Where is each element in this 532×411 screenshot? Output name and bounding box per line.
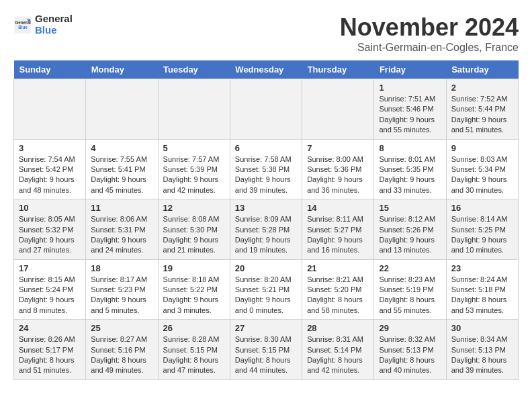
calendar-cell bbox=[302, 79, 374, 140]
day-number: 26 bbox=[163, 323, 225, 333]
day-number: 12 bbox=[163, 203, 225, 213]
header-saturday: Saturday bbox=[446, 60, 518, 79]
day-number: 20 bbox=[235, 263, 297, 273]
calendar-cell: 2Sunrise: 7:52 AM Sunset: 5:44 PM Daylig… bbox=[446, 79, 518, 140]
day-info: Sunrise: 8:11 AM Sunset: 5:27 PM Dayligh… bbox=[307, 214, 369, 256]
day-info: Sunrise: 7:57 AM Sunset: 5:39 PM Dayligh… bbox=[163, 154, 225, 196]
day-info: Sunrise: 8:31 AM Sunset: 5:14 PM Dayligh… bbox=[307, 334, 369, 376]
day-info: Sunrise: 8:03 AM Sunset: 5:34 PM Dayligh… bbox=[451, 154, 513, 196]
day-number: 18 bbox=[91, 263, 152, 273]
location-title: Saint-Germain-en-Cogles, France bbox=[340, 42, 519, 54]
calendar-cell: 3Sunrise: 7:54 AM Sunset: 5:42 PM Daylig… bbox=[14, 139, 86, 199]
page-header: General Blue General Blue November 2024 … bbox=[13, 13, 519, 54]
title-section: November 2024 Saint-Germain-en-Cogles, F… bbox=[340, 13, 519, 54]
day-info: Sunrise: 8:18 AM Sunset: 5:22 PM Dayligh… bbox=[163, 275, 225, 316]
calendar-cell: 8Sunrise: 8:01 AM Sunset: 5:35 PM Daylig… bbox=[374, 139, 446, 199]
day-info: Sunrise: 8:32 AM Sunset: 5:13 PM Dayligh… bbox=[379, 334, 441, 376]
header-row: Sunday Monday Tuesday Wednesday Thursday… bbox=[14, 60, 519, 79]
calendar-cell: 23Sunrise: 8:24 AM Sunset: 5:18 PM Dayli… bbox=[446, 259, 518, 320]
calendar-cell: 7Sunrise: 8:00 AM Sunset: 5:36 PM Daylig… bbox=[302, 139, 374, 199]
calendar-cell: 15Sunrise: 8:12 AM Sunset: 5:26 PM Dayli… bbox=[374, 199, 446, 260]
calendar-cell: 14Sunrise: 8:11 AM Sunset: 5:27 PM Dayli… bbox=[302, 199, 374, 260]
day-info: Sunrise: 7:52 AM Sunset: 5:44 PM Dayligh… bbox=[451, 94, 513, 136]
header-monday: Monday bbox=[86, 60, 158, 79]
day-number: 4 bbox=[91, 143, 152, 153]
calendar-cell: 16Sunrise: 8:14 AM Sunset: 5:25 PM Dayli… bbox=[446, 199, 518, 260]
day-number: 19 bbox=[163, 263, 225, 273]
calendar-cell: 12Sunrise: 8:08 AM Sunset: 5:30 PM Dayli… bbox=[158, 199, 230, 260]
calendar-cell: 25Sunrise: 8:27 AM Sunset: 5:16 PM Dayli… bbox=[86, 320, 158, 380]
day-info: Sunrise: 8:01 AM Sunset: 5:35 PM Dayligh… bbox=[379, 154, 441, 196]
day-number: 24 bbox=[19, 323, 81, 333]
calendar-cell: 4Sunrise: 7:55 AM Sunset: 5:41 PM Daylig… bbox=[86, 139, 158, 199]
logo-text: General Blue bbox=[35, 13, 73, 36]
day-info: Sunrise: 8:12 AM Sunset: 5:26 PM Dayligh… bbox=[379, 214, 441, 256]
day-number: 17 bbox=[19, 263, 81, 273]
calendar-cell: 13Sunrise: 8:09 AM Sunset: 5:28 PM Dayli… bbox=[230, 199, 302, 260]
day-info: Sunrise: 8:28 AM Sunset: 5:15 PM Dayligh… bbox=[163, 334, 225, 376]
calendar-cell: 27Sunrise: 8:30 AM Sunset: 5:15 PM Dayli… bbox=[230, 320, 302, 380]
calendar-cell: 29Sunrise: 8:32 AM Sunset: 5:13 PM Dayli… bbox=[374, 320, 446, 380]
day-number: 10 bbox=[19, 203, 81, 213]
day-number: 11 bbox=[91, 203, 152, 213]
day-info: Sunrise: 8:30 AM Sunset: 5:15 PM Dayligh… bbox=[235, 334, 297, 376]
day-info: Sunrise: 8:00 AM Sunset: 5:36 PM Dayligh… bbox=[307, 154, 369, 196]
logo-icon: General Blue bbox=[13, 15, 32, 34]
calendar-cell: 28Sunrise: 8:31 AM Sunset: 5:14 PM Dayli… bbox=[302, 320, 374, 380]
calendar-cell: 5Sunrise: 7:57 AM Sunset: 5:39 PM Daylig… bbox=[158, 139, 230, 199]
header-friday: Friday bbox=[374, 60, 446, 79]
calendar-cell bbox=[158, 79, 230, 140]
day-info: Sunrise: 8:24 AM Sunset: 5:18 PM Dayligh… bbox=[451, 275, 513, 316]
day-number: 14 bbox=[307, 203, 369, 213]
calendar-cell bbox=[14, 79, 86, 140]
logo-blue: Blue bbox=[35, 25, 73, 36]
day-number: 5 bbox=[163, 143, 225, 153]
day-number: 2 bbox=[451, 83, 513, 93]
calendar-cell: 26Sunrise: 8:28 AM Sunset: 5:15 PM Dayli… bbox=[158, 320, 230, 380]
day-info: Sunrise: 8:05 AM Sunset: 5:32 PM Dayligh… bbox=[19, 214, 81, 256]
day-number: 1 bbox=[379, 83, 441, 93]
day-number: 29 bbox=[379, 323, 441, 333]
day-info: Sunrise: 8:26 AM Sunset: 5:17 PM Dayligh… bbox=[19, 334, 81, 376]
calendar-cell: 24Sunrise: 8:26 AM Sunset: 5:17 PM Dayli… bbox=[14, 320, 86, 380]
calendar-week-3: 17Sunrise: 8:15 AM Sunset: 5:24 PM Dayli… bbox=[14, 259, 519, 320]
calendar-cell: 17Sunrise: 8:15 AM Sunset: 5:24 PM Dayli… bbox=[14, 259, 86, 320]
calendar-cell: 18Sunrise: 8:17 AM Sunset: 5:23 PM Dayli… bbox=[86, 259, 158, 320]
day-info: Sunrise: 8:14 AM Sunset: 5:25 PM Dayligh… bbox=[451, 214, 513, 256]
calendar-cell: 11Sunrise: 8:06 AM Sunset: 5:31 PM Dayli… bbox=[86, 199, 158, 260]
day-info: Sunrise: 7:58 AM Sunset: 5:38 PM Dayligh… bbox=[235, 154, 297, 196]
day-number: 22 bbox=[379, 263, 441, 273]
calendar-week-1: 3Sunrise: 7:54 AM Sunset: 5:42 PM Daylig… bbox=[14, 139, 519, 199]
logo-general: General bbox=[35, 13, 73, 25]
calendar-table: Sunday Monday Tuesday Wednesday Thursday… bbox=[13, 60, 519, 380]
day-info: Sunrise: 8:20 AM Sunset: 5:21 PM Dayligh… bbox=[235, 275, 297, 316]
calendar-week-2: 10Sunrise: 8:05 AM Sunset: 5:32 PM Dayli… bbox=[14, 199, 519, 260]
calendar-cell bbox=[86, 79, 158, 140]
day-number: 7 bbox=[307, 143, 369, 153]
calendar-cell: 30Sunrise: 8:34 AM Sunset: 5:13 PM Dayli… bbox=[446, 320, 518, 380]
calendar-week-4: 24Sunrise: 8:26 AM Sunset: 5:17 PM Dayli… bbox=[14, 320, 519, 380]
day-number: 23 bbox=[451, 263, 513, 273]
day-info: Sunrise: 8:34 AM Sunset: 5:13 PM Dayligh… bbox=[451, 334, 513, 376]
header-tuesday: Tuesday bbox=[158, 60, 230, 79]
day-info: Sunrise: 8:08 AM Sunset: 5:30 PM Dayligh… bbox=[163, 214, 225, 256]
day-number: 21 bbox=[307, 263, 369, 273]
day-number: 30 bbox=[451, 323, 513, 333]
calendar-week-0: 1Sunrise: 7:51 AM Sunset: 5:46 PM Daylig… bbox=[14, 79, 519, 140]
calendar-cell: 1Sunrise: 7:51 AM Sunset: 5:46 PM Daylig… bbox=[374, 79, 446, 140]
day-number: 25 bbox=[91, 323, 152, 333]
day-number: 6 bbox=[235, 143, 297, 153]
calendar-cell: 22Sunrise: 8:23 AM Sunset: 5:19 PM Dayli… bbox=[374, 259, 446, 320]
calendar-cell bbox=[230, 79, 302, 140]
day-info: Sunrise: 8:15 AM Sunset: 5:24 PM Dayligh… bbox=[19, 275, 81, 316]
day-number: 9 bbox=[451, 143, 513, 153]
day-info: Sunrise: 8:17 AM Sunset: 5:23 PM Dayligh… bbox=[91, 275, 152, 316]
day-number: 28 bbox=[307, 323, 369, 333]
day-number: 27 bbox=[235, 323, 297, 333]
logo: General Blue General Blue bbox=[13, 13, 73, 36]
day-number: 3 bbox=[19, 143, 81, 153]
day-info: Sunrise: 8:09 AM Sunset: 5:28 PM Dayligh… bbox=[235, 214, 297, 256]
header-thursday: Thursday bbox=[302, 60, 374, 79]
day-info: Sunrise: 7:55 AM Sunset: 5:41 PM Dayligh… bbox=[91, 154, 152, 196]
calendar-cell: 20Sunrise: 8:20 AM Sunset: 5:21 PM Dayli… bbox=[230, 259, 302, 320]
